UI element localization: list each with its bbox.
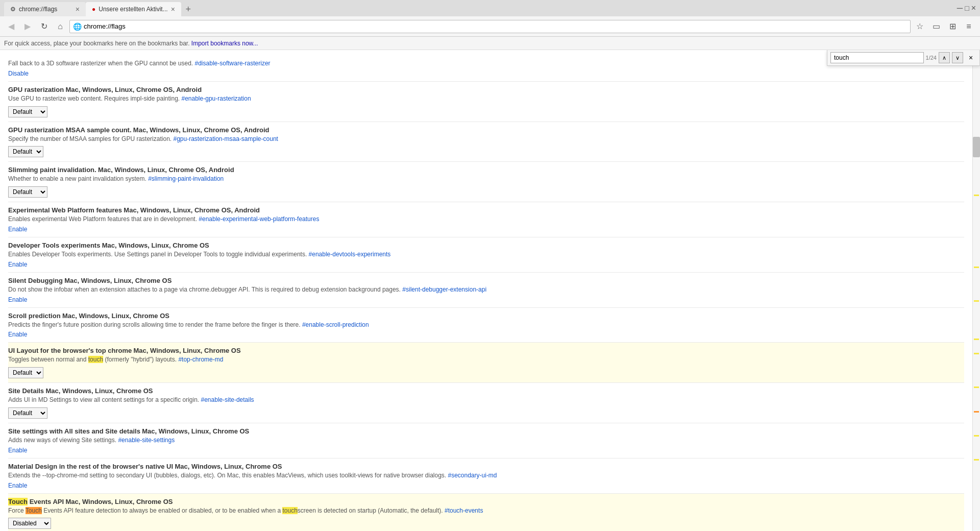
bookmarks-star-icon[interactable]: ☆	[913, 19, 927, 34]
find-indicator-3	[974, 300, 979, 302]
flag-link-site-settings[interactable]: #enable-site-settings	[118, 437, 175, 444]
flag-select-touch-events[interactable]: AutomaticEnabledDisabled	[8, 518, 51, 529]
find-close-button[interactable]: ×	[965, 52, 976, 63]
flag-enable-devtools[interactable]: Enable	[8, 261, 27, 268]
tab-strip: ⚙ chrome://flags × ● Unsere erstellten A…	[4, 0, 195, 16]
find-indicator-8	[974, 459, 979, 461]
import-bookmarks-link[interactable]: Import bookmarks now...	[191, 40, 258, 47]
tab-close-flags[interactable]: ×	[76, 5, 80, 13]
tab-activities[interactable]: ● Unsere erstellten Aktivit... ×	[86, 2, 181, 16]
scrollbar-track[interactable]	[972, 50, 980, 531]
cast-icon[interactable]: ▭	[929, 19, 943, 34]
flag-silent-debugging: Silent Debugging Mac, Windows, Linux, Ch…	[8, 273, 964, 308]
flag-enable-site-settings[interactable]: Enable	[8, 447, 27, 454]
flag-link-secondary-ui[interactable]: #secondary-ui-md	[448, 472, 497, 479]
flag-select-top-chrome[interactable]: DefaultNormalHybridTouch	[8, 367, 43, 378]
flag-site-settings: Site settings with All sites and Site de…	[8, 423, 964, 458]
find-indicator-4	[974, 339, 979, 340]
minimize-button[interactable]: ─	[957, 4, 963, 13]
find-next-button[interactable]: ∨	[952, 52, 963, 63]
tab-title-activities: Unsere erstellten Aktivit...	[99, 6, 167, 13]
find-indicator-7	[974, 435, 979, 437]
address-input[interactable]	[84, 22, 907, 30]
flag-link-devtools[interactable]: #enable-devtools-experiments	[309, 251, 391, 258]
find-indicator-current	[974, 411, 979, 413]
tab-title-flags: chrome://flags	[19, 6, 57, 13]
new-tab-button[interactable]: +	[181, 2, 195, 16]
close-button[interactable]: ×	[971, 4, 976, 13]
flag-enable-silent-debug[interactable]: Enable	[8, 296, 27, 303]
back-button[interactable]: ◀	[4, 19, 18, 34]
find-bar: 1/24 ∧ ∨ ×	[827, 50, 980, 66]
touch-highlight-screen: touch	[282, 507, 297, 514]
flag-gpu-msaa: GPU rasterization MSAA sample count. Mac…	[8, 122, 964, 162]
flag-link-top-chrome[interactable]: #top-chrome-md	[178, 356, 223, 363]
flag-gpu-rasterizer-fallback: Fall back to a 3D software rasterizer wh…	[8, 54, 964, 82]
zoom-icon[interactable]: ⊞	[945, 19, 960, 34]
bookmarks-bar: For quick access, place your bookmarks h…	[0, 37, 980, 50]
flag-link-experimental-web[interactable]: #enable-experimental-web-platform-featur…	[199, 215, 319, 223]
toolbar-right: ☆ ▭ ⊞ ≡	[913, 19, 976, 34]
flag-select-gpu-rasterization[interactable]: DefaultEnabledDisabled	[8, 106, 47, 117]
find-indicator-6	[974, 387, 979, 388]
address-secure-icon: 🌐	[73, 22, 82, 31]
restore-button[interactable]: □	[965, 4, 969, 12]
browser-frame: ⚙ chrome://flags × ● Unsere erstellten A…	[0, 0, 980, 531]
flag-enable-scroll-prediction[interactable]: Enable	[8, 331, 27, 338]
flag-touch-events-api: Touch Events API Mac, Windows, Linux, Ch…	[8, 494, 964, 531]
flag-scroll-prediction: Scroll prediction Mac, Windows, Linux, C…	[8, 308, 964, 343]
home-button[interactable]: ⌂	[53, 19, 67, 34]
tab-favicon-activities: ●	[92, 6, 95, 13]
tab-flags[interactable]: ⚙ chrome://flags ×	[4, 2, 86, 16]
flag-select-slimming-paint[interactable]: DefaultEnabledDisabled	[8, 186, 47, 198]
flag-secondary-ui-md: Material Design in the rest of the brows…	[8, 458, 964, 494]
flag-link-site-details[interactable]: #enable-site-details	[201, 396, 254, 403]
flag-disable-software-rasterizer[interactable]: Disable	[8, 70, 29, 77]
forward-button[interactable]: ▶	[20, 19, 35, 34]
page-content: Fall back to a 3D software rasterizer wh…	[0, 50, 980, 531]
flag-experimental-web: Experimental Web Platform features Mac, …	[8, 202, 964, 237]
flag-link-silent-debug[interactable]: #silent-debugger-extension-api	[402, 286, 486, 293]
find-prev-button[interactable]: ∧	[939, 52, 950, 63]
flag-link-software-rasterizer[interactable]: #disable-software-rasterizer	[195, 60, 271, 67]
tab-close-activities[interactable]: ×	[171, 5, 175, 13]
flag-gpu-rasterization: GPU rasterization Mac, Windows, Linux, C…	[8, 82, 964, 122]
find-indicator-1	[974, 195, 979, 196]
find-indicator-2	[974, 267, 979, 268]
flag-link-gpu-rasterization[interactable]: #enable-gpu-rasterization	[182, 95, 251, 102]
touch-highlight-title: Touch	[8, 498, 28, 505]
find-count: 1/24	[926, 55, 937, 61]
flag-link-gpu-msaa[interactable]: #gpu-rasterization-msaa-sample-count	[173, 135, 278, 142]
find-indicator-5	[974, 353, 979, 354]
menu-icon[interactable]: ≡	[962, 19, 976, 34]
flag-site-details: Site Details Mac, Windows, Linux, Chrome…	[8, 383, 964, 423]
flag-select-gpu-msaa[interactable]: Default024816	[8, 146, 43, 157]
flag-enable-secondary-ui[interactable]: Enable	[8, 482, 27, 489]
flags-content[interactable]: Fall back to a 3D software rasterizer wh…	[0, 50, 972, 531]
reload-button[interactable]: ↻	[37, 19, 51, 34]
flag-top-chrome-ui: UI Layout for the browser's top chrome M…	[8, 343, 964, 383]
flag-link-touch-events[interactable]: #touch-events	[445, 507, 483, 514]
flag-slimming-paint: Slimming paint invalidation. Mac, Window…	[8, 162, 964, 202]
address-bar-wrap: 🌐	[69, 20, 911, 33]
flag-enable-experimental-web[interactable]: Enable	[8, 226, 27, 233]
flag-link-slimming-paint[interactable]: #slimming-paint-invalidation	[148, 175, 224, 182]
flag-devtools-experiments: Developer Tools experiments Mac, Windows…	[8, 237, 964, 273]
nav-bar: ◀ ▶ ↻ ⌂ 🌐 ☆ ▭ ⊞ ≡	[0, 16, 980, 37]
scrollbar-thumb[interactable]	[973, 137, 980, 157]
find-input[interactable]	[830, 52, 924, 63]
touch-highlight-top-chrome: touch	[88, 356, 103, 363]
flag-link-scroll-prediction[interactable]: #enable-scroll-prediction	[302, 321, 369, 328]
tab-favicon-flags: ⚙	[10, 6, 16, 13]
bookmarks-text: For quick access, place your bookmarks h…	[4, 40, 190, 47]
touch-highlight-force: Touch	[26, 507, 42, 514]
flag-select-site-details[interactable]: DefaultEnabledDisabled	[8, 407, 47, 419]
title-bar: ⚙ chrome://flags × ● Unsere erstellten A…	[0, 0, 980, 16]
